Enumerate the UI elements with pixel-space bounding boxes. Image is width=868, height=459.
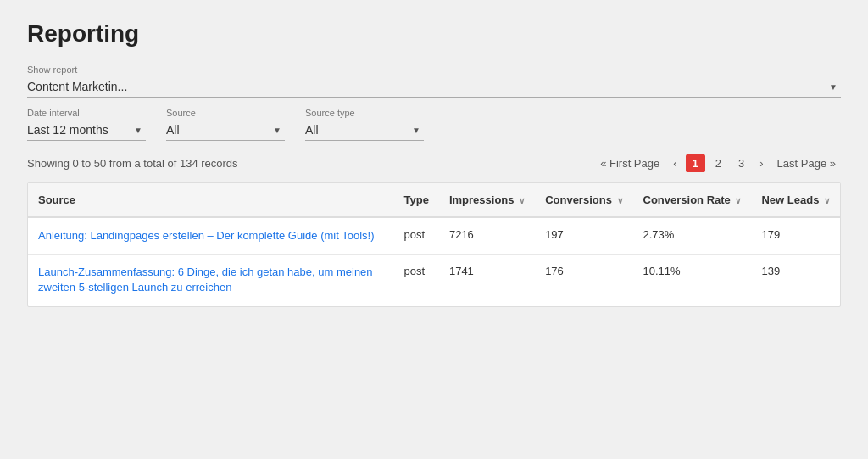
table-header-row: Source Type Impressions ∨ Conversions ∨ <box>28 183 840 217</box>
data-table-wrapper: Source Type Impressions ∨ Conversions ∨ <box>27 182 841 307</box>
source-type-filter: Source type All ▼ <box>305 108 424 141</box>
new-leads-sort-icon: ∨ <box>824 196 830 205</box>
source-link-1[interactable]: Launch-Zusammenfassung: 6 Dinge, die ich… <box>38 266 373 294</box>
source-dropdown[interactable]: All ▼ <box>166 121 285 141</box>
source-type-label: Source type <box>305 108 424 118</box>
cell-conversions-1: 176 <box>535 255 632 306</box>
cell-conversions-0: 197 <box>535 217 632 255</box>
cell-type-1: post <box>394 255 439 306</box>
show-report-label: Show report <box>27 64 841 75</box>
impressions-sort-icon: ∨ <box>519 196 525 205</box>
table-row: Anleitung: Landingpages erstellen – Der … <box>28 217 840 255</box>
source-label: Source <box>166 108 285 118</box>
date-interval-arrow-icon: ▼ <box>134 126 142 135</box>
source-value: All <box>166 123 180 137</box>
cell-source-1: Launch-Zusammenfassung: 6 Dinge, die ich… <box>28 255 394 306</box>
table-row: Launch-Zusammenfassung: 6 Dinge, die ich… <box>28 255 840 306</box>
cell-impressions-0: 7216 <box>439 217 535 255</box>
next-page-link[interactable]: › <box>754 154 768 172</box>
source-link-0[interactable]: Anleitung: Landingpages erstellen – Der … <box>38 229 374 242</box>
page-2-button[interactable]: 2 <box>709 154 728 172</box>
show-report-arrow-icon: ▼ <box>829 82 837 92</box>
col-source: Source <box>28 183 394 217</box>
col-new-leads[interactable]: New Leads ∨ <box>751 183 840 217</box>
page-1-button[interactable]: 1 <box>686 154 705 172</box>
col-type: Type <box>394 183 439 217</box>
col-conversion-rate[interactable]: Conversion Rate ∨ <box>633 183 752 217</box>
cell-source-0: Anleitung: Landingpages erstellen – Der … <box>28 217 394 255</box>
source-type-value: All <box>305 123 319 137</box>
date-interval-dropdown[interactable]: Last 12 months ▼ <box>27 121 146 141</box>
cell-new-leads-0: 179 <box>751 217 840 255</box>
source-arrow-icon: ▼ <box>273 126 281 135</box>
col-impressions-label: Impressions <box>449 193 515 206</box>
page-wrapper: Reporting Show report Content Marketin..… <box>0 0 868 459</box>
col-conversion-rate-label: Conversion Rate <box>643 193 731 206</box>
source-type-arrow-icon: ▼ <box>412 126 420 135</box>
source-filter: Source All ▼ <box>166 108 285 141</box>
cell-type-0: post <box>394 217 439 255</box>
show-report-value: Content Marketin... <box>27 80 127 93</box>
pagination-row: Showing 0 to 50 from a total of 134 reco… <box>27 154 841 172</box>
conversion-rate-sort-icon: ∨ <box>735 196 741 205</box>
table-body: Anleitung: Landingpages erstellen – Der … <box>28 217 840 306</box>
data-table: Source Type Impressions ∨ Conversions ∨ <box>28 183 840 306</box>
col-conversions[interactable]: Conversions ∨ <box>535 183 632 217</box>
col-conversions-label: Conversions <box>545 193 612 206</box>
show-report-group: Show report Content Marketin... ▼ <box>27 64 841 98</box>
pagination: « First Page ‹ 1 2 3 › Last Page » <box>595 154 841 172</box>
page-title: Reporting <box>27 20 841 48</box>
conversions-sort-icon: ∨ <box>617 196 623 205</box>
col-new-leads-label: New Leads <box>761 193 819 206</box>
date-interval-value: Last 12 months <box>27 123 108 137</box>
page-3-button[interactable]: 3 <box>732 154 751 172</box>
date-interval-filter: Date interval Last 12 months ▼ <box>27 108 146 141</box>
date-interval-label: Date interval <box>27 108 146 118</box>
prev-page-link[interactable]: ‹ <box>668 154 682 172</box>
cell-conversion-rate-1: 10.11% <box>633 255 752 306</box>
col-impressions[interactable]: Impressions ∨ <box>439 183 535 217</box>
records-info: Showing 0 to 50 from a total of 134 reco… <box>27 157 238 170</box>
last-page-link[interactable]: Last Page » <box>772 154 841 172</box>
first-page-link[interactable]: « First Page <box>595 154 665 172</box>
cell-impressions-1: 1741 <box>439 255 535 306</box>
source-type-dropdown[interactable]: All ▼ <box>305 121 424 141</box>
cell-new-leads-1: 139 <box>751 255 840 306</box>
col-source-label: Source <box>38 193 75 206</box>
cell-conversion-rate-0: 2.73% <box>633 217 752 255</box>
filter-row: Date interval Last 12 months ▼ Source Al… <box>27 108 841 141</box>
show-report-dropdown[interactable]: Content Marketin... ▼ <box>27 78 841 98</box>
filters-section: Show report Content Marketin... ▼ Date i… <box>27 64 841 141</box>
col-type-label: Type <box>404 193 429 206</box>
